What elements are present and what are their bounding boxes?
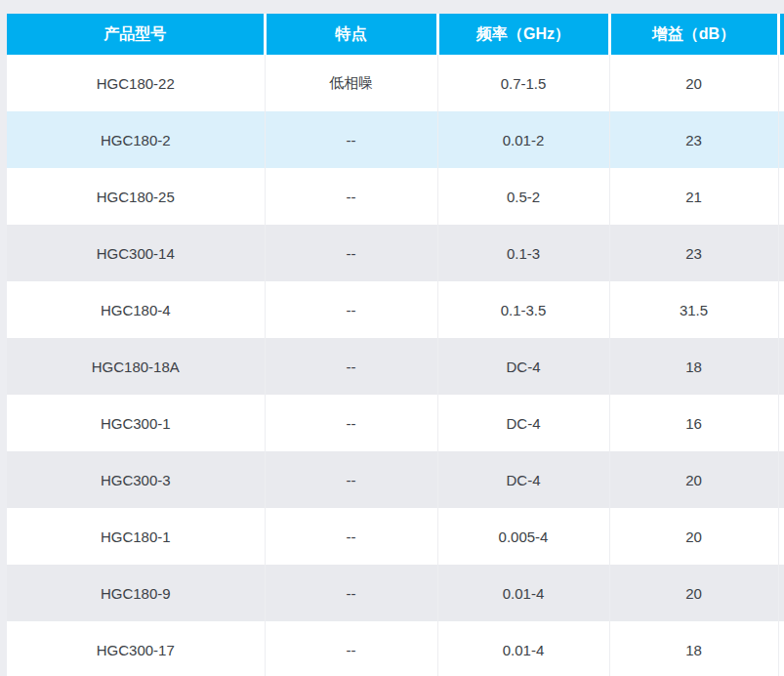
cell-gain_db: 20 <box>609 451 778 508</box>
table-row[interactable]: HGC180-25--0.5-221 <box>7 168 784 225</box>
cell-partial <box>778 111 784 168</box>
product-table: 产品型号特点频率（GHz）增益（dB） HGC180-22低相噪0.7-1.52… <box>7 14 784 676</box>
table-body: HGC180-22低相噪0.7-1.520HGC180-2--0.01-223H… <box>7 55 784 676</box>
cell-gain_db: 18 <box>609 621 778 676</box>
cell-freq_ghz: 0.1-3.5 <box>437 281 609 338</box>
cell-feature: -- <box>265 225 437 281</box>
header-row: 产品型号特点频率（GHz）增益（dB） <box>7 14 784 55</box>
cell-gain_db: 20 <box>609 565 778 621</box>
cell-model: HGC180-9 <box>7 565 265 621</box>
cell-feature: 低相噪 <box>265 55 437 111</box>
cell-model: HGC300-3 <box>7 451 265 508</box>
table-viewport: 产品型号特点频率（GHz）增益（dB） HGC180-22低相噪0.7-1.52… <box>7 14 784 676</box>
table-row[interactable]: HGC300-14--0.1-323 <box>7 225 784 281</box>
cell-model: HGC180-1 <box>7 508 265 565</box>
cell-feature: -- <box>265 338 437 395</box>
cell-feature: -- <box>265 111 437 168</box>
cell-freq_ghz: 0.01-4 <box>437 621 609 676</box>
cell-model: HGC300-17 <box>7 621 265 676</box>
cell-freq_ghz: DC-4 <box>437 395 609 451</box>
cell-model: HGC180-25 <box>7 168 265 225</box>
cell-partial <box>778 508 784 565</box>
cell-partial <box>778 168 784 225</box>
table-row[interactable]: HGC180-1--0.005-420 <box>7 508 784 565</box>
cell-feature: -- <box>265 281 437 338</box>
cell-freq_ghz: 0.005-4 <box>437 508 609 565</box>
cell-gain_db: 31.5 <box>609 281 778 338</box>
cell-freq_ghz: 0.1-3 <box>437 225 609 281</box>
table-row[interactable]: HGC300-17--0.01-418 <box>7 621 784 676</box>
cell-partial <box>778 281 784 338</box>
table-row[interactable]: HGC180-2--0.01-223 <box>7 111 784 168</box>
cell-partial <box>778 338 784 395</box>
table-row[interactable]: HGC180-18A--DC-418 <box>7 338 784 395</box>
cell-model: HGC300-14 <box>7 225 265 281</box>
cell-freq_ghz: 0.01-4 <box>437 565 609 621</box>
cell-freq_ghz: DC-4 <box>437 338 609 395</box>
cell-feature: -- <box>265 168 437 225</box>
table-row[interactable]: HGC180-4--0.1-3.531.5 <box>7 281 784 338</box>
cell-feature: -- <box>265 565 437 621</box>
cell-gain_db: 16 <box>609 395 778 451</box>
cell-partial <box>778 565 784 621</box>
cell-partial <box>778 395 784 451</box>
cell-partial <box>778 225 784 281</box>
cell-freq_ghz: 0.5-2 <box>437 168 609 225</box>
col-header-partial <box>778 14 784 55</box>
col-header-gain_db: 增益（dB） <box>609 14 778 55</box>
cell-partial <box>778 621 784 676</box>
cell-feature: -- <box>265 621 437 676</box>
col-header-feature: 特点 <box>265 14 437 55</box>
cell-gain_db: 23 <box>609 225 778 281</box>
table-row[interactable]: HGC300-3--DC-420 <box>7 451 784 508</box>
cell-freq_ghz: 0.01-2 <box>437 111 609 168</box>
cell-partial <box>778 55 784 111</box>
cell-gain_db: 21 <box>609 168 778 225</box>
cell-freq_ghz: 0.7-1.5 <box>437 55 609 111</box>
cell-model: HGC180-2 <box>7 111 265 168</box>
col-header-model: 产品型号 <box>7 14 265 55</box>
cell-feature: -- <box>265 508 437 565</box>
table-row[interactable]: HGC180-22低相噪0.7-1.520 <box>7 55 784 111</box>
cell-feature: -- <box>265 395 437 451</box>
cell-feature: -- <box>265 451 437 508</box>
table-row[interactable]: HGC300-1--DC-416 <box>7 395 784 451</box>
cell-freq_ghz: DC-4 <box>437 451 609 508</box>
cell-gain_db: 20 <box>609 55 778 111</box>
table-row[interactable]: HGC180-9--0.01-420 <box>7 565 784 621</box>
cell-model: HGC180-18A <box>7 338 265 395</box>
cell-gain_db: 18 <box>609 338 778 395</box>
col-header-freq_ghz: 频率（GHz） <box>437 14 609 55</box>
cell-partial <box>778 451 784 508</box>
cell-gain_db: 23 <box>609 111 778 168</box>
cell-model: HGC180-22 <box>7 55 265 111</box>
cell-model: HGC300-1 <box>7 395 265 451</box>
cell-gain_db: 20 <box>609 508 778 565</box>
cell-model: HGC180-4 <box>7 281 265 338</box>
